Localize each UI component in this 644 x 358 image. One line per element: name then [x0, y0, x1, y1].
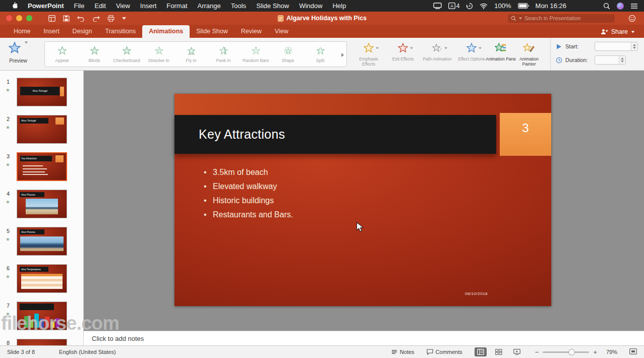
exit-effects-button[interactable]: Exit Effects: [387, 42, 419, 62]
bullet-item[interactable]: Elevated walkway: [204, 180, 293, 194]
animation-painter-button[interactable]: Animation Painter: [513, 42, 545, 67]
thumbnail-slide-3-selected[interactable]: 3 ★ Key Attractions: [0, 152, 83, 188]
redo-icon[interactable]: [92, 15, 100, 22]
slide-number-box[interactable]: 3: [500, 113, 551, 156]
notes-pane[interactable]: Click to add notes: [84, 331, 644, 345]
duration-spinbox[interactable]: [595, 55, 626, 65]
effect-shape[interactable]: Shape: [272, 46, 304, 63]
animation-pane-button[interactable]: Animation Pane: [485, 42, 516, 62]
close-window-button[interactable]: [6, 15, 12, 21]
zoom-out-button[interactable]: −: [535, 349, 539, 355]
notes-toggle-button[interactable]: Notes: [391, 349, 415, 355]
effect-peek-in[interactable]: Peek In: [207, 46, 240, 63]
zoom-percent[interactable]: 79%: [606, 349, 617, 355]
thumbnail-slide-4[interactable]: 4 ★ Alvor Pictures: [0, 190, 83, 225]
tab-transitions[interactable]: Transitions: [99, 25, 143, 38]
slide-title-banner[interactable]: Key Attractions: [174, 115, 496, 154]
menu-format[interactable]: Format: [161, 2, 192, 10]
menu-view[interactable]: View: [111, 2, 135, 10]
battery-icon[interactable]: [518, 3, 529, 9]
zoom-in-button[interactable]: +: [593, 349, 597, 355]
thumbnail-slide-8[interactable]: 8 ★: [0, 339, 83, 345]
start-value-input[interactable]: [595, 43, 631, 49]
menu-slideshow[interactable]: Slide Show: [251, 2, 294, 10]
search-scope-caret-icon[interactable]: [519, 17, 522, 19]
effect-fly-in[interactable]: Fly In: [175, 46, 207, 63]
start-combobox[interactable]: [595, 42, 638, 51]
time-machine-icon[interactable]: [466, 3, 473, 10]
slide-thumbnail-panel: 1 ★ Alvor, Portugal 2 ★ Alvor, Portugal …: [0, 71, 84, 345]
language-indicator[interactable]: English (United States): [59, 349, 116, 355]
effect-split[interactable]: Split: [304, 46, 336, 63]
thumbnail-slide-1[interactable]: 1 ★ Alvor, Portugal: [0, 78, 83, 113]
customize-toolbar-caret-icon[interactable]: [122, 17, 126, 20]
tab-review[interactable]: Review: [235, 25, 268, 38]
thumbnail-slide-2[interactable]: 2 ★ Alvor, Portugal: [0, 115, 83, 150]
slide-editing-canvas[interactable]: Key Attractions 3 3.5km of beach Elevate…: [84, 71, 644, 331]
search-input[interactable]: [524, 15, 612, 21]
menu-arrange[interactable]: Arrange: [193, 2, 226, 10]
notes-placeholder[interactable]: Click to add notes: [92, 335, 144, 342]
thumbnail-slide-5[interactable]: 5 ★ Alvor Pictures: [0, 227, 83, 262]
duration-value-input[interactable]: [595, 57, 619, 63]
apple-menu-icon[interactable]: [6, 2, 23, 11]
path-animation-button[interactable]: Path Animation: [422, 42, 453, 62]
emphasis-effects-button[interactable]: Emphasis Effects: [353, 42, 384, 67]
thumb-title: Alvor Pictures: [21, 194, 35, 196]
comments-toggle-button[interactable]: Comments: [427, 349, 462, 355]
preview-caret-icon[interactable]: [25, 42, 28, 44]
gallery-more-arrow-icon[interactable]: [341, 53, 344, 57]
menubar-clock[interactable]: Mon 16:26: [536, 2, 566, 10]
start-stepper[interactable]: [631, 42, 637, 50]
bullet-item[interactable]: Historic buildings: [204, 194, 293, 208]
zoom-window-button[interactable]: [26, 15, 32, 21]
thumbnail-slide-6[interactable]: 6 ★ Alvor Temperatures: [0, 264, 83, 300]
zoom-slider[interactable]: [543, 351, 589, 353]
menu-file[interactable]: File: [69, 2, 90, 10]
tab-insert[interactable]: Insert: [37, 25, 66, 38]
slide-sorter-view-button[interactable]: [493, 347, 505, 356]
presentation-search[interactable]: [508, 14, 615, 23]
feedback-smiley-icon[interactable]: [628, 15, 636, 22]
tab-design[interactable]: Design: [66, 25, 99, 38]
wifi-icon[interactable]: [480, 3, 488, 9]
bullet-item[interactable]: 3.5km of beach: [204, 165, 293, 180]
effect-appear[interactable]: Appear: [46, 46, 78, 63]
menu-powerpoint[interactable]: PowerPoint: [23, 2, 69, 10]
fit-to-window-button[interactable]: [629, 348, 637, 355]
spotlight-icon[interactable]: [603, 3, 610, 10]
zoom-slider-handle[interactable]: [568, 349, 575, 355]
tab-view[interactable]: View: [268, 25, 295, 38]
tab-slideshow[interactable]: Slide Show: [190, 25, 235, 38]
menu-tools[interactable]: Tools: [226, 2, 251, 10]
preview-button[interactable]: Preview: [3, 41, 33, 64]
effect-checkerboard[interactable]: Checkerboard: [110, 46, 143, 63]
input-source-icon[interactable]: A 4: [448, 3, 460, 10]
menu-edit[interactable]: Edit: [89, 2, 110, 10]
notification-center-icon[interactable]: [630, 3, 638, 9]
minimize-window-button[interactable]: [16, 15, 22, 21]
slide-title-text[interactable]: Key Attractions: [174, 127, 285, 142]
slideshow-view-button[interactable]: [511, 347, 523, 356]
screen-mirroring-icon[interactable]: [433, 3, 442, 9]
save-icon[interactable]: [63, 15, 70, 22]
share-button[interactable]: Share: [601, 28, 637, 38]
duration-stepper[interactable]: [619, 56, 625, 64]
effect-random-bars[interactable]: Random Bars: [240, 46, 272, 63]
tab-home[interactable]: Home: [7, 25, 37, 38]
view-switch-icon[interactable]: [48, 15, 55, 22]
print-icon[interactable]: [107, 15, 114, 22]
siri-icon[interactable]: [617, 3, 624, 10]
normal-view-button[interactable]: [475, 347, 487, 356]
bullet-item[interactable]: Restaurants and Bars.: [204, 208, 293, 222]
menu-help[interactable]: Help: [327, 2, 351, 10]
effect-blinds[interactable]: Blinds: [78, 46, 110, 63]
menu-insert[interactable]: Insert: [135, 2, 162, 10]
current-slide[interactable]: Key Attractions 3 3.5km of beach Elevate…: [174, 94, 551, 306]
slide-bullet-list[interactable]: 3.5km of beach Elevated walkway Historic…: [204, 165, 293, 222]
tab-animations[interactable]: Animations: [142, 25, 190, 38]
effect-options-button[interactable]: Effect Options: [456, 42, 487, 62]
undo-icon[interactable]: [77, 15, 85, 22]
effect-dissolve-in[interactable]: Dissolve In: [143, 46, 175, 63]
menu-window[interactable]: Window: [294, 2, 327, 10]
